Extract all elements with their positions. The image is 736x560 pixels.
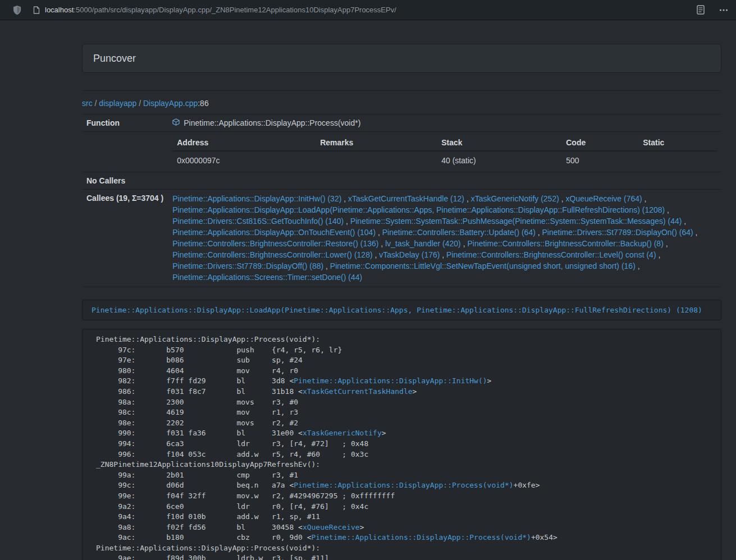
no-callers-row: No Callers [82, 172, 721, 190]
callee-separator: , [682, 217, 686, 226]
callee-link[interactable]: Pinetime::Controllers::BrightnessControl… [172, 239, 378, 248]
callee-separator: , [642, 194, 647, 203]
table-cell [638, 151, 717, 169]
no-callers-label: No Callers [82, 172, 168, 190]
breadcrumb-link[interactable]: src [82, 99, 93, 108]
column-header: Static [638, 135, 717, 151]
source-line-link[interactable]: Pinetime::Applications::DisplayApp::Load… [92, 306, 702, 314]
function-table: Function Pinetime::Applications::Display… [82, 114, 721, 287]
address-table: AddressRemarksStackCodeStatic 0x0000097c… [172, 135, 717, 169]
address-section-row: AddressRemarksStackCodeStatic 0x0000097c… [82, 132, 721, 172]
source-line-box: Pinetime::Applications::DisplayApp::Load… [82, 300, 721, 320]
disasm-symbol-link[interactable]: Pinetime::Applications::DisplayApp::Proc… [294, 481, 513, 489]
callee-link[interactable]: vTaskDelay (176) [379, 250, 440, 259]
callee-separator: , [378, 239, 385, 248]
function-row: Function Pinetime::Applications::Display… [82, 114, 721, 132]
callee-separator: , [693, 228, 698, 237]
function-cube-icon [172, 117, 180, 128]
empty-label-cell [82, 132, 168, 172]
breadcrumb: src / displayapp / DisplayApp.cpp:86 [82, 99, 721, 108]
app-header-panel: Puncover [82, 44, 721, 73]
callee-link[interactable]: Pinetime::Applications::DisplayApp::Init… [172, 194, 341, 203]
disasm-symbol-link[interactable]: xTaskGenericNotify [303, 429, 382, 437]
callee-link[interactable]: Pinetime::Controllers::Battery::Update()… [382, 228, 536, 237]
page-container: Puncover src / displayapp / DisplayApp.c… [82, 44, 721, 560]
disasm-symbol-link[interactable]: xQueueReceive [303, 523, 360, 531]
callee-link[interactable]: Pinetime::Drivers::Cst816S::GetTouchInfo… [172, 217, 344, 226]
callees-cell: Pinetime::Applications::DisplayApp::Init… [168, 190, 721, 287]
url-path: :5000/path/src/displayapp/DisplayApp.cpp… [74, 6, 396, 14]
disasm-symbol-link[interactable]: Pinetime::Applications::DisplayApp::Init… [294, 377, 487, 385]
callee-separator: , [656, 250, 661, 259]
disassembly: Pinetime::Applications::DisplayApp::Proc… [82, 329, 721, 560]
url-text: localhost:5000/path/src/displayapp/Displ… [45, 6, 396, 14]
url-bar[interactable]: localhost:5000/path/src/displayapp/Displ… [33, 6, 697, 14]
callee-separator: , [376, 228, 382, 237]
callee-separator: , [636, 261, 640, 270]
column-header: Address [172, 135, 316, 151]
callees-label: Callees (19, Σ=3704 ) [82, 190, 168, 287]
shield-icon[interactable] [13, 5, 21, 15]
breadcrumb-separator: / [136, 99, 143, 108]
callee-link[interactable]: xTaskGenericNotify (252) [471, 194, 559, 203]
function-label: Function [82, 114, 168, 132]
callee-link[interactable]: Pinetime::Applications::DisplayApp::OnTo… [172, 228, 376, 237]
browser-topbar: localhost:5000/path/src/displayapp/Displ… [0, 0, 736, 20]
callee-link[interactable]: Pinetime::Components::LittleVgl::SetNewT… [330, 261, 636, 270]
callee-separator: , [461, 239, 468, 248]
column-header: Remarks [316, 135, 437, 151]
column-header: Stack [437, 135, 561, 151]
shield-icon-glyph [13, 5, 21, 15]
callee-separator: , [341, 194, 348, 203]
address-table-row: 0x0000097c40 (static)500 [172, 151, 717, 169]
divider [82, 90, 721, 91]
breadcrumb-line-number: :86 [198, 99, 208, 108]
table-cell: 0x0000097c [172, 151, 316, 169]
no-callers-cell [168, 172, 721, 190]
table-cell: 40 (static) [437, 151, 561, 169]
column-header: Code [561, 135, 638, 151]
table-cell [316, 151, 437, 169]
callee-link[interactable]: lv_task_handler (420) [385, 239, 461, 248]
callee-link[interactable]: Pinetime::System::SystemTask::PushMessag… [350, 217, 682, 226]
breadcrumb-separator: / [93, 99, 99, 108]
callee-separator: , [373, 250, 380, 259]
callee-separator: , [559, 194, 566, 203]
breadcrumb-link[interactable]: DisplayApp.cpp [143, 99, 198, 108]
callee-link[interactable]: xTaskGetCurrentTaskHandle (12) [348, 194, 464, 203]
callee-separator: , [665, 205, 669, 214]
callee-separator: , [464, 194, 471, 203]
callee-separator: , [536, 228, 542, 237]
callee-link[interactable]: Pinetime::Controllers::BrightnessControl… [467, 239, 663, 248]
callee-link[interactable]: Pinetime::Controllers::BrightnessControl… [172, 250, 372, 259]
callee-separator: , [664, 239, 668, 248]
callee-link[interactable]: Pinetime::Controllers::BrightnessControl… [446, 250, 656, 259]
callee-separator: , [323, 261, 330, 270]
callee-link[interactable]: Pinetime::Drivers::St7789::DisplayOff() … [172, 261, 323, 270]
disasm-symbol-link[interactable]: xTaskGetCurrentTaskHandle [303, 387, 413, 396]
callee-separator: , [344, 217, 350, 226]
callee-link[interactable]: Pinetime::Applications::Screens::Timer::… [172, 273, 362, 282]
address-table-header: AddressRemarksStackCodeStatic [172, 135, 717, 151]
callees-row: Callees (19, Σ=3704 ) Pinetime::Applicat… [82, 190, 721, 287]
breadcrumb-link[interactable]: displayapp [99, 99, 136, 108]
page-icon [33, 6, 40, 14]
callee-separator: , [440, 250, 446, 259]
reader-view-icon[interactable] [697, 5, 705, 15]
disasm-symbol-link[interactable]: Pinetime::Applications::DisplayApp::Proc… [312, 533, 531, 541]
url-host: localhost [45, 6, 74, 14]
function-name: Pinetime::Applications::DisplayApp::Proc… [184, 117, 360, 128]
callee-link[interactable]: Pinetime::Applications::DisplayApp::Load… [172, 205, 665, 214]
page-title: Puncover [93, 52, 710, 65]
callee-link[interactable]: Pinetime::Drivers::St7789::DisplayOn() (… [542, 228, 693, 237]
table-cell: 500 [561, 151, 638, 169]
topbar-actions [697, 5, 728, 15]
callee-link[interactable]: xQueueReceive (764) [566, 194, 642, 203]
menu-dots-icon[interactable] [719, 8, 728, 12]
